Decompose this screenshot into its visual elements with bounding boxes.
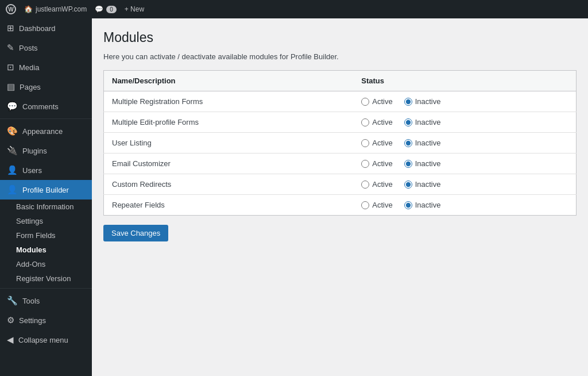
sidebar-label-posts: Posts [19,44,38,52]
radio-active[interactable] [361,201,369,209]
module-name: User Listing [104,133,354,154]
radio-inactive[interactable] [404,201,412,209]
tools-icon: 🔧 [7,296,18,306]
table-row: Custom RedirectsActiveInactive [104,174,577,195]
modules-table: Name/Description Status Multiple Registr… [103,70,577,216]
content-area: Modules Here you can activate / deactiva… [92,18,588,376]
pages-icon: ▤ [7,82,15,92]
collapse-icon: ◀ [7,335,14,345]
sidebar-item-tools[interactable]: 🔧 Tools [0,291,92,310]
radio-active[interactable] [361,98,369,106]
sidebar-label-pages: Pages [20,83,41,91]
radio-active[interactable] [361,139,369,147]
page-description: Here you can activate / deactivate avail… [103,52,577,61]
main-layout: ⊞ Dashboard ✎ Posts ⊡ Media ▤ Pages 💬 Co… [0,18,588,376]
label-inactive: Inactive [415,201,441,209]
sidebar-item-plugins[interactable]: 🔌 Plugins [0,141,92,160]
save-changes-button[interactable]: Save Changes [103,225,168,241]
module-name: Email Customizer [104,154,354,174]
module-status: ActiveInactive [353,195,576,216]
module-status: ActiveInactive [353,133,576,154]
wp-logo-icon: W [6,4,16,14]
sidebar-sub-basic-information[interactable]: Basic Information [0,199,92,214]
label-active: Active [372,97,392,106]
sidebar-label-settings: Settings [19,316,46,325]
sidebar-item-users[interactable]: 👤 Users [0,160,92,180]
comment-count: 0 [106,6,117,13]
sidebar-label-profile-builder: Profile Builder [22,186,69,194]
sidebar-label-media: Media [19,63,39,72]
sidebar-sub-register-version[interactable]: Register Version [0,271,92,286]
sidebar-label-collapse: Collapse menu [18,336,68,344]
label-active: Active [372,139,392,147]
radio-inactive[interactable] [404,98,412,106]
new-label: + New [125,5,144,13]
wp-logo[interactable]: W [6,4,16,14]
sidebar-divider-1 [0,118,92,119]
sidebar-item-comments[interactable]: 💬 Comments [0,97,92,116]
sidebar-sub-add-ons[interactable]: Add-Ons [0,257,92,271]
module-status: ActiveInactive [353,112,576,133]
radio-active[interactable] [361,118,369,126]
admin-bar: W 🏠 justlearnWP.com 💬 0 + New [0,0,588,18]
sidebar-item-pages[interactable]: ▤ Pages [0,77,92,97]
sidebar-divider-2 [0,288,92,289]
sidebar-label-tools: Tools [22,297,40,305]
comments-link[interactable]: 💬 0 [95,5,117,13]
sidebar-item-collapse[interactable]: ◀ Collapse menu [0,330,92,350]
media-icon: ⊡ [7,62,14,72]
module-status: ActiveInactive [353,154,576,174]
sidebar-item-settings[interactable]: ⚙ Settings [0,310,92,330]
sidebar-label-users: Users [22,166,42,175]
sidebar-item-profile-builder[interactable]: 👤 Profile Builder [0,180,92,199]
label-inactive: Inactive [415,180,441,189]
label-active: Active [372,159,392,168]
radio-inactive[interactable] [404,181,412,189]
sidebar-label-plugins: Plugins [22,147,47,155]
col-name: Name/Description [104,71,354,91]
profile-builder-icon: 👤 [7,185,18,195]
sidebar-item-appearance[interactable]: 🎨 Appearance [0,121,92,141]
module-name: Custom Redirects [104,174,354,195]
col-status: Status [353,71,576,91]
radio-inactive[interactable] [404,118,412,126]
plugins-icon: 🔌 [7,145,18,156]
table-row: Multiple Edit-profile FormsActiveInactiv… [104,112,577,133]
label-active: Active [372,118,392,126]
sidebar-item-dashboard[interactable]: ⊞ Dashboard [0,18,92,38]
radio-inactive[interactable] [404,160,412,168]
radio-active[interactable] [361,181,369,189]
sidebar-sub-form-fields[interactable]: Form Fields [0,228,92,243]
sidebar-label-dashboard: Dashboard [19,24,56,33]
radio-inactive[interactable] [404,139,412,147]
label-inactive: Inactive [415,139,441,147]
label-active: Active [372,201,392,209]
sidebar-sub-settings[interactable]: Settings [0,214,92,228]
module-name: Repeater Fields [104,195,354,216]
users-icon: 👤 [7,165,18,175]
sidebar-label-comments: Comments [22,102,59,111]
radio-active[interactable] [361,160,369,168]
comments-icon: 💬 [7,101,18,112]
new-link[interactable]: + New [125,5,144,13]
module-name: Multiple Registration Forms [104,91,354,112]
site-name[interactable]: 🏠 justlearnWP.com [24,5,87,13]
sidebar-item-posts[interactable]: ✎ Posts [0,38,92,57]
label-inactive: Inactive [415,118,441,126]
settings-icon: ⚙ [7,315,14,325]
table-row: Multiple Registration FormsActiveInactiv… [104,91,577,112]
appearance-icon: 🎨 [7,126,18,136]
module-name: Multiple Edit-profile Forms [104,112,354,133]
site-icon: 🏠 [24,5,33,13]
posts-icon: ✎ [7,43,14,53]
sidebar-sub-modules[interactable]: Modules [0,243,92,257]
table-row: Email CustomizerActiveInactive [104,154,577,174]
module-status: ActiveInactive [353,91,576,112]
sidebar: ⊞ Dashboard ✎ Posts ⊡ Media ▤ Pages 💬 Co… [0,18,92,376]
label-active: Active [372,180,392,189]
table-row: Repeater FieldsActiveInactive [104,195,577,216]
label-inactive: Inactive [415,97,441,106]
sidebar-item-media[interactable]: ⊡ Media [0,57,92,77]
label-inactive: Inactive [415,159,441,168]
dashboard-icon: ⊞ [7,23,14,33]
